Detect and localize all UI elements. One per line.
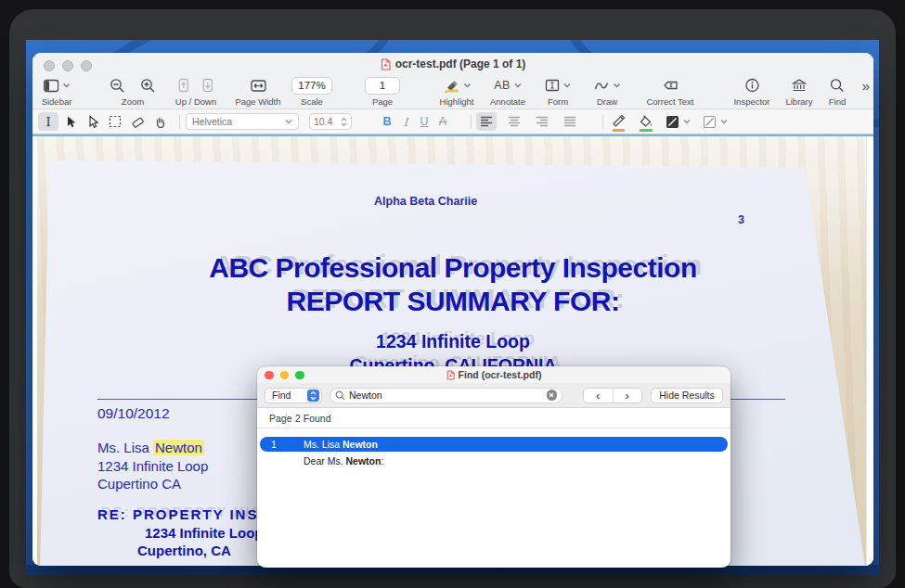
- window-chrome: ocr-test.pdf (Page 1 of 1) Sidebar Zoom: [32, 53, 873, 109]
- align-left-button[interactable]: [476, 112, 497, 131]
- font-family-select[interactable]: Helvetica: [186, 113, 299, 130]
- chevron-down-icon: [683, 119, 691, 124]
- text-color-button[interactable]: [612, 115, 626, 129]
- search-field[interactable]: [330, 388, 562, 403]
- toolbar-page-width-label: Page Width: [235, 96, 280, 107]
- align-center-button[interactable]: [504, 112, 524, 131]
- toolbar-page: 1 Page: [365, 75, 400, 107]
- find-result-row[interactable]: Dear Ms. Newton:: [260, 454, 728, 468]
- toolbar-library[interactable]: Library: [785, 75, 812, 107]
- results-header: Page 2 Found: [257, 408, 730, 428]
- result-text-cell: Dear Ms. Newton:: [304, 455, 383, 467]
- cursor-outline-icon: [87, 115, 99, 129]
- overflow-chevrons-icon: »: [862, 78, 870, 94]
- results-column-found: 2 Found: [287, 413, 331, 424]
- find-magnifier-icon: [830, 78, 845, 93]
- toolbar-correct-text[interactable]: Correct Text: [646, 75, 693, 107]
- chevron-down-icon: [63, 83, 71, 88]
- toolbar-library-label: Library: [785, 96, 812, 107]
- result-prefix: Ms. Lisa: [304, 439, 343, 450]
- window-title: ocr-test.pdf (Page 1 of 1): [32, 58, 873, 70]
- hide-results-button[interactable]: Hide Results: [651, 388, 723, 403]
- toolbar-updown-label: Up / Down: [175, 96, 216, 107]
- toolbar-inspector[interactable]: Inspector: [733, 75, 769, 107]
- toolbar-find[interactable]: Find: [829, 75, 846, 107]
- marquee-select-tool[interactable]: [105, 112, 125, 131]
- close-button[interactable]: [265, 371, 274, 380]
- underline-button[interactable]: U: [415, 115, 433, 128]
- previous-result-button[interactable]: ‹: [584, 389, 614, 403]
- page-number-input[interactable]: 1: [365, 77, 400, 95]
- hand-icon: [153, 115, 167, 129]
- fill-color-swatch: [640, 129, 653, 132]
- strikethrough-button[interactable]: A: [433, 115, 452, 128]
- main-toolbar: Sidebar Zoom Up / Down: [32, 73, 873, 109]
- zoom-in-icon[interactable]: [140, 78, 156, 94]
- toolbar-scale: 177% Scale: [291, 75, 332, 107]
- scale-input[interactable]: 177%: [291, 77, 332, 95]
- toolbar-form[interactable]: Form: [545, 75, 571, 107]
- correct-text-icon: [661, 78, 679, 93]
- align-justify-button[interactable]: [560, 112, 580, 131]
- bold-button[interactable]: B: [378, 115, 396, 128]
- toolbar-page-width[interactable]: Page Width: [235, 75, 280, 107]
- find-mode-value: Find: [272, 390, 291, 401]
- italic-button[interactable]: I: [396, 115, 415, 129]
- find-window-controls: [265, 371, 304, 380]
- doc-recipient-line2: 1234 Infinite Loop: [97, 457, 208, 476]
- search-hit-highlight: Newton: [153, 440, 204, 455]
- chevron-down-icon: [464, 83, 472, 88]
- hand-tool[interactable]: [149, 112, 170, 131]
- fill-color-button[interactable]: [639, 115, 653, 129]
- cursor-icon: [65, 115, 77, 129]
- find-window-title-text: Find (ocr-test.pdf): [459, 369, 542, 380]
- next-result-button[interactable]: ›: [614, 389, 642, 403]
- toolbar-sidebar[interactable]: Sidebar: [42, 75, 72, 107]
- text-color-swatch: [613, 129, 625, 132]
- chevron-down-icon: [285, 119, 292, 124]
- doc-recipient-line1: Ms. Lisa Newton: [97, 439, 208, 457]
- vertical-scrollbar[interactable]: [866, 136, 873, 566]
- select-tool[interactable]: [60, 112, 81, 131]
- page-width-icon: [250, 79, 266, 93]
- toolbar-overflow[interactable]: »: [862, 75, 870, 96]
- zoom-out-icon[interactable]: [110, 78, 125, 94]
- search-input[interactable]: [349, 390, 547, 401]
- page-down-icon[interactable]: [201, 78, 214, 93]
- text-edit-tool[interactable]: I: [38, 112, 58, 131]
- minimize-button[interactable]: [280, 371, 290, 380]
- toolbar-highlight[interactable]: Highlight: [440, 75, 474, 107]
- eraser-tool[interactable]: [127, 112, 148, 131]
- fill-style-button[interactable]: [704, 116, 728, 128]
- toolbar-scale-label: Scale: [301, 96, 323, 107]
- document-left-margin: [32, 136, 37, 566]
- doc-letterhead: Alpha Beta Chariie: [374, 195, 477, 208]
- align-right-button[interactable]: [532, 112, 552, 131]
- results-column-page: Page: [257, 413, 286, 424]
- doc-re-heading: RE: PROPERTY INSP: [97, 506, 269, 522]
- fill-swatch-icon: [704, 116, 716, 128]
- clear-search-icon[interactable]: [547, 390, 558, 401]
- stroke-style-button[interactable]: [666, 116, 691, 128]
- draw-scribble-icon: [594, 79, 610, 93]
- toolbar-sidebar-label: Sidebar: [42, 96, 72, 107]
- find-result-row[interactable]: 1 Ms. Lisa Newton: [260, 437, 728, 452]
- toolbar-draw[interactable]: Draw: [594, 75, 621, 107]
- doc-heading-line3: 1234 Infinite Loop: [51, 331, 855, 352]
- font-size-value: 10.4: [314, 116, 332, 127]
- chevron-down-icon: [614, 83, 621, 88]
- font-size-stepper[interactable]: 10.4: [309, 113, 352, 130]
- marquee-icon: [109, 115, 122, 128]
- toolbar-updown: Up / Down: [175, 75, 216, 107]
- toolbar-annotate[interactable]: AB Annotate: [490, 75, 525, 107]
- doc-recipient-line3: Cupertino CA: [97, 475, 208, 493]
- chevron-down-icon: [514, 83, 522, 88]
- zoom-window-button[interactable]: [295, 371, 304, 380]
- page-up-icon[interactable]: [177, 78, 190, 93]
- ibeam-icon: I: [45, 115, 50, 129]
- find-mode-select[interactable]: Find: [265, 388, 322, 403]
- align-center-icon: [508, 116, 521, 127]
- direct-select-tool[interactable]: [83, 112, 103, 131]
- highlighter-icon: [443, 78, 460, 94]
- doc-heading-line1: ABC Professional Property Inspection: [51, 252, 855, 284]
